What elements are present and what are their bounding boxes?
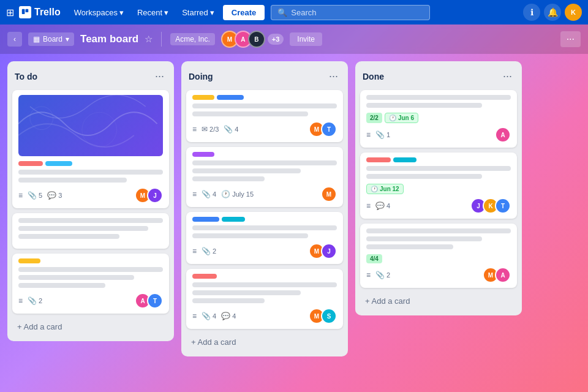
- title-line: [192, 160, 337, 165]
- add-card-button-doing[interactable]: + Add a card: [186, 334, 343, 350]
- card-footer: ≡ 📎 5 💬 3 MJ: [18, 187, 163, 203]
- meta-text: July 15: [232, 190, 254, 198]
- card-footer: ≡ ✉ 2/3 📎 4 MT: [192, 121, 337, 137]
- title-line: [192, 282, 337, 287]
- card-title: [192, 160, 337, 181]
- svg-point-2: [30, 107, 53, 130]
- card-done-2[interactable]: 🕐Jun 12 ≡ 💬 4 JKT: [360, 153, 517, 219]
- card-label: [222, 217, 245, 222]
- title-line: [366, 228, 511, 233]
- meta-item: ≡: [18, 191, 23, 200]
- workspace-tag[interactable]: Acme, Inc.: [170, 33, 215, 45]
- board-icon: ▦: [33, 35, 40, 43]
- svg-rect-1: [26, 9, 29, 12]
- card-member-avatar: J: [147, 187, 163, 203]
- card-members: M: [321, 186, 337, 202]
- collapse-sidebar-button[interactable]: ‹: [7, 32, 22, 47]
- member-avatar-3[interactable]: B: [248, 31, 265, 48]
- meta-icon: 💬: [375, 202, 385, 210]
- column-title-todo: To do: [15, 72, 37, 81]
- starred-menu[interactable]: Starred ▾: [177, 6, 219, 20]
- card-footer: ≡ 📎 4 💬 4 MS: [192, 308, 337, 324]
- meta-item: 📎 2: [202, 247, 216, 255]
- meta-item: ≡: [366, 130, 371, 139]
- card-meta: ≡ 📎 4 🕐 July 15: [192, 190, 254, 198]
- star-button[interactable]: ☆: [145, 34, 153, 45]
- meta-text: 2: [213, 247, 216, 255]
- card-badges: 4/4: [366, 254, 511, 263]
- board-content: To do ··· ≡ 📎 5 💬: [0, 54, 588, 392]
- title-line: [192, 233, 308, 238]
- card-doing-2[interactable]: ≡ 📎 4 🕐 July 15 M: [186, 147, 343, 207]
- card-label: [192, 152, 214, 157]
- search-icon: 🔍: [277, 8, 287, 17]
- create-button[interactable]: Create: [223, 5, 265, 20]
- card-labels: [192, 274, 337, 279]
- card-doing-3[interactable]: ≡ 📎 2 MJ: [186, 212, 343, 264]
- info-button[interactable]: ℹ: [523, 4, 540, 21]
- card-footer: ≡ 📎 4 🕐 July 15 M: [192, 186, 337, 202]
- board-title: Team board: [80, 33, 138, 45]
- meta-icon: 💬: [47, 191, 56, 200]
- notifications-button[interactable]: 🔔: [544, 4, 561, 21]
- meta-icon: 🕐: [221, 190, 230, 198]
- meta-text: 4: [386, 202, 390, 209]
- board-view-button[interactable]: ▦ Board ▾: [28, 32, 74, 46]
- meta-item: ≡: [192, 125, 197, 134]
- meta-icon: ≡: [192, 125, 197, 134]
- card-member-avatar: T: [495, 198, 511, 214]
- more-options-button[interactable]: ···: [560, 31, 581, 47]
- meta-icon: 📎: [224, 125, 233, 134]
- card-badge: 2/2: [366, 113, 382, 123]
- grid-icon[interactable]: ⊞: [6, 7, 14, 18]
- meta-icon: 📎: [202, 190, 211, 198]
- column-menu-done[interactable]: ···: [500, 69, 514, 84]
- card-members: MJ: [309, 243, 337, 259]
- meta-text: 2/3: [209, 126, 219, 133]
- card-label: [393, 157, 417, 162]
- meta-icon: 📎: [375, 271, 385, 279]
- meta-icon: 💬: [221, 312, 230, 320]
- card-done-1[interactable]: 2/2🕐Jun 6 ≡ 📎 1 A: [360, 90, 517, 148]
- card-member-avatar: M: [321, 186, 337, 202]
- invite-button[interactable]: Invite: [290, 32, 322, 46]
- meta-icon: 📎: [202, 247, 211, 255]
- card-label: [192, 217, 219, 222]
- card-done-3[interactable]: 4/4 ≡ 📎 2 MA: [360, 224, 517, 288]
- card-doing-4[interactable]: ≡ 📎 4 💬 4 MS: [186, 269, 343, 329]
- card-meta: ≡ ✉ 2/3 📎 4: [192, 125, 238, 134]
- add-card-button-done[interactable]: + Add a card: [360, 293, 517, 309]
- meta-icon: ≡: [192, 247, 197, 255]
- column-header-doing: Doing ···: [186, 67, 343, 85]
- card-meta: ≡ 📎 4 💬 4: [192, 312, 236, 320]
- column-menu-doing[interactable]: ···: [326, 69, 341, 84]
- member-avatars: M A B +3: [221, 31, 284, 48]
- column-menu-todo[interactable]: ···: [153, 69, 167, 84]
- title-line: [18, 283, 105, 288]
- workspaces-menu[interactable]: Workspaces ▾: [69, 6, 129, 20]
- card-todo-3[interactable]: ≡ 📎 2 AT: [12, 254, 169, 314]
- meta-text: 3: [58, 192, 62, 199]
- board-header: ‹ ▦ Board ▾ Team board ☆ Acme, Inc. M A …: [0, 24, 588, 54]
- card-badges: 2/2🕐Jun 6: [366, 113, 511, 123]
- add-card-button-todo[interactable]: + Add a card: [12, 318, 169, 335]
- plus-members-badge[interactable]: +3: [268, 34, 284, 45]
- card-members: MT: [309, 121, 337, 137]
- trello-logo[interactable]: Trello: [19, 6, 61, 18]
- title-line: [18, 170, 163, 175]
- card-todo-1[interactable]: ≡ 📎 5 💬 3 MJ: [12, 90, 169, 208]
- recent-menu[interactable]: Recent ▾: [132, 6, 173, 20]
- title-line: [366, 244, 453, 249]
- title-line: [366, 174, 482, 179]
- column-done: Done ··· 2/2🕐Jun 6 ≡ 📎 1 A🕐Jun 12 ≡ 💬 4 …: [355, 61, 522, 315]
- meta-item: ≡: [366, 202, 371, 210]
- search-bar[interactable]: 🔍: [271, 5, 430, 20]
- card-todo-2[interactable]: [12, 213, 169, 249]
- divider: [161, 32, 162, 47]
- card-title: [366, 228, 511, 249]
- card-members: JKT: [470, 198, 511, 214]
- meta-icon: 📎: [28, 191, 37, 200]
- search-input[interactable]: [291, 8, 423, 17]
- card-doing-1[interactable]: ≡ ✉ 2/3 📎 4 MT: [186, 90, 343, 142]
- user-avatar[interactable]: K: [565, 4, 582, 21]
